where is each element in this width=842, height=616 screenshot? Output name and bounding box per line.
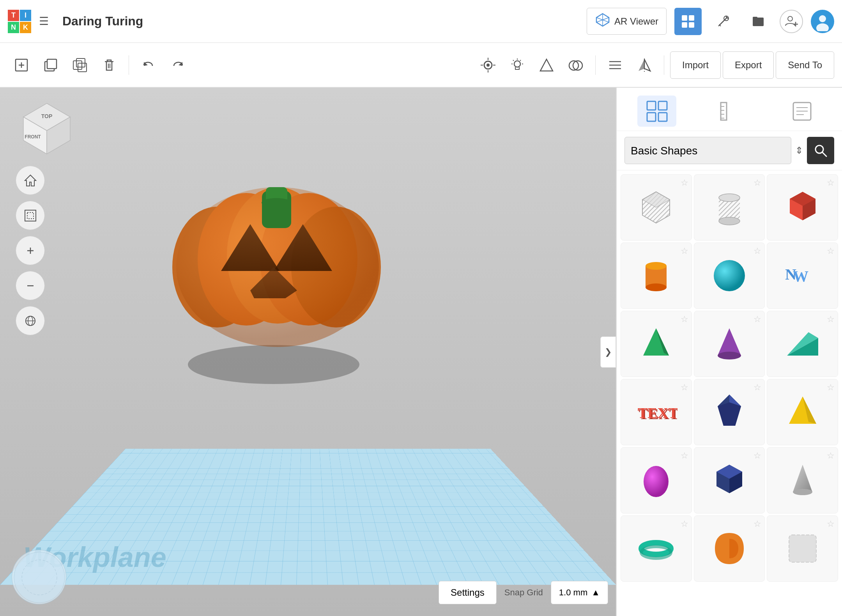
delete-button[interactable]	[96, 51, 123, 79]
export-button[interactable]: Export	[723, 51, 774, 79]
duplicate-button[interactable]	[66, 51, 94, 79]
favorite-star-1[interactable]: ☆	[681, 178, 688, 188]
home-button[interactable]	[16, 166, 45, 195]
shape-item-teal-wedge[interactable]: ☆	[767, 311, 838, 377]
favorite-star-18[interactable]: ☆	[827, 519, 835, 529]
settings-snap-area: Settings Snap Grid 1.0 mm ▲	[439, 581, 608, 604]
svg-line-90	[822, 152, 826, 156]
snap-value-text: 1.0 mm	[559, 588, 587, 598]
ar-viewer-label: AR Viewer	[614, 16, 658, 27]
shapes-row-2: ☆ ☆	[621, 243, 838, 309]
shape-item-red-text[interactable]: ☆ TEXT TEXT TEXT	[621, 379, 692, 445]
svg-point-98	[646, 283, 667, 291]
svg-rect-5	[689, 15, 694, 21]
left-controls	[16, 166, 45, 335]
new-button[interactable]	[8, 51, 35, 79]
svg-point-97	[646, 262, 667, 270]
user-avatar[interactable]	[811, 10, 834, 33]
shape-item-yellow-pyramid[interactable]: ☆	[767, 379, 838, 445]
favorite-star-9[interactable]: ☆	[827, 314, 835, 324]
files-button[interactable]	[745, 8, 772, 35]
favorite-star-13[interactable]: ☆	[681, 451, 688, 461]
align-button[interactable]	[601, 51, 629, 79]
add-user-button[interactable]	[780, 10, 803, 33]
shapes-row-6: ☆ ☆ ☆	[621, 515, 838, 582]
favorite-star-12[interactable]: ☆	[827, 382, 835, 393]
pumpkin-svg	[149, 119, 414, 392]
svg-rect-6	[682, 22, 687, 28]
zoom-in-button[interactable]	[16, 236, 45, 265]
svg-rect-78	[658, 101, 667, 110]
favorite-star-15[interactable]: ☆	[827, 451, 835, 461]
import-button[interactable]: Import	[670, 51, 721, 79]
frame-button[interactable]	[16, 201, 45, 230]
tab-shapes-grid[interactable]	[637, 96, 676, 127]
shapes-button[interactable]	[533, 51, 560, 79]
right-panel: Basic Shapes Letters Math Animals ⇕ ☆	[616, 88, 842, 616]
tab-ruler[interactable]	[710, 96, 749, 127]
shape-item-orange-cylinder[interactable]: ☆	[621, 243, 692, 309]
favorite-star-17[interactable]: ☆	[754, 519, 761, 529]
light-button[interactable]	[504, 51, 531, 79]
shape-item-teal-torus[interactable]: ☆	[621, 515, 692, 582]
shape-category-dropdown[interactable]: Basic Shapes Letters Math Animals	[624, 137, 791, 164]
shape-item-blue-gem[interactable]: ☆	[694, 379, 765, 445]
send-to-button[interactable]: Send To	[776, 51, 834, 79]
zoom-out-button[interactable]	[16, 271, 45, 300]
shape-item-striped-cylinder[interactable]: ☆	[694, 174, 765, 241]
main-area: Workplane	[0, 88, 842, 616]
redo-button[interactable]	[164, 51, 191, 79]
favorite-star-16[interactable]: ☆	[681, 519, 688, 529]
svg-point-105	[718, 352, 741, 359]
viewport[interactable]: Workplane	[0, 88, 616, 616]
shape-item-purple-cone[interactable]: ☆	[694, 311, 765, 377]
shape-item-red-box[interactable]: ☆	[767, 174, 838, 241]
canvas-area: Workplane	[0, 88, 616, 616]
favorite-star-11[interactable]: ☆	[754, 382, 761, 393]
shape-item-magenta-egg[interactable]: ☆	[621, 447, 692, 513]
shape-item-text-3d[interactable]: ☆ N W	[767, 243, 838, 309]
pumpkin-model[interactable]	[149, 119, 414, 384]
camera-button[interactable]	[474, 51, 502, 79]
svg-rect-67	[25, 210, 36, 221]
shape-item-green-pyramid[interactable]: ☆	[621, 311, 692, 377]
copy-button[interactable]	[37, 51, 64, 79]
favorite-star-6[interactable]: ☆	[827, 246, 835, 256]
svg-point-94	[719, 194, 740, 202]
view-cube[interactable]: TOP FRONT	[16, 99, 78, 162]
flip-button[interactable]	[631, 51, 658, 79]
search-shapes-button[interactable]	[807, 137, 834, 164]
favorite-star-14[interactable]: ☆	[754, 451, 761, 461]
svg-point-113	[644, 466, 669, 497]
favorite-star-5[interactable]: ☆	[754, 246, 761, 256]
snap-arrow-icon: ▲	[591, 588, 600, 598]
favorite-star-2[interactable]: ☆	[754, 178, 761, 188]
tools-button[interactable]	[709, 8, 737, 35]
tab-notes[interactable]	[782, 96, 821, 127]
shape-item-teal-sphere[interactable]: ☆	[694, 243, 765, 309]
svg-point-49	[188, 345, 359, 384]
subtract-button[interactable]	[562, 51, 589, 79]
perspective-button[interactable]	[16, 306, 45, 335]
favorite-star-7[interactable]: ☆	[681, 314, 688, 324]
menu-icon[interactable]: ☰	[39, 15, 49, 28]
logo-k: K	[20, 22, 31, 33]
shape-item-grey-cone[interactable]: ☆	[767, 447, 838, 513]
shape-item-placeholder[interactable]: ☆	[767, 515, 838, 582]
snap-value-dropdown[interactable]: 1.0 mm ▲	[551, 581, 608, 604]
compass[interactable]	[12, 550, 66, 604]
panel-collapse-button[interactable]: ❯	[600, 336, 616, 368]
shape-item-navy-box[interactable]: ☆	[694, 447, 765, 513]
shape-item-orange-shape[interactable]: ☆	[694, 515, 765, 582]
favorite-star-10[interactable]: ☆	[681, 382, 688, 393]
settings-button[interactable]: Settings	[439, 581, 497, 604]
favorite-star-4[interactable]: ☆	[681, 246, 688, 256]
svg-rect-79	[647, 113, 656, 121]
shape-item-striped-box[interactable]: ☆	[621, 174, 692, 241]
ar-viewer-button[interactable]: AR Viewer	[587, 8, 667, 35]
favorite-star-8[interactable]: ☆	[754, 314, 761, 324]
undo-button[interactable]	[135, 51, 162, 79]
grid-view-button[interactable]	[674, 8, 702, 35]
svg-point-11	[788, 16, 792, 21]
favorite-star-3[interactable]: ☆	[827, 178, 835, 188]
